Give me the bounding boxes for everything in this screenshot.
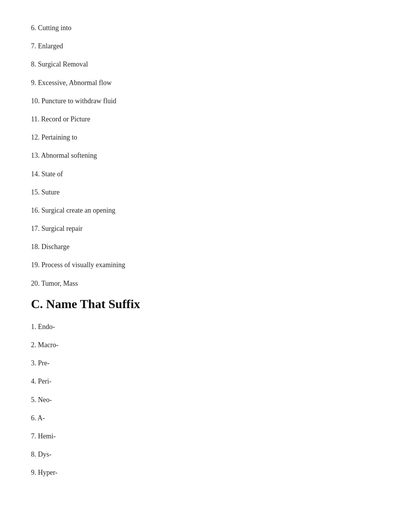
item-15: 15. Suture [31,188,380,197]
item-18: 18. Discharge [31,242,380,252]
numbered-list-section: 6. Cutting into7. Enlarged8. Surgical Re… [31,23,380,288]
item-9: 9. Excessive, Abnormal flow [31,78,380,88]
item-7: 7. Enlarged [31,41,380,51]
item-16: 16. Surgical create an opening [31,206,380,215]
main-content: 6. Cutting into7. Enlarged8. Surgical Re… [31,23,380,478]
c-item-9: 9. Hyper- [31,468,380,477]
c-item-4: 4. Peri- [31,377,380,386]
item-10: 10. Puncture to withdraw fluid [31,96,380,106]
c-item-1: 1. Endo- [31,322,380,332]
c-item-5: 5. Neo- [31,395,380,405]
item-14: 14. State of [31,169,380,179]
c-item-2: 2. Macro- [31,340,380,350]
c-item-7: 7. Hemi- [31,431,380,441]
c-item-8: 8. Dys- [31,450,380,459]
item-19: 19. Process of visually examining [31,260,380,270]
section-c: C. Name That Suffix 1. Endo-2. Macro-3. … [31,297,380,478]
item-13: 13. Abnormal softening [31,151,380,160]
item-11: 11. Record or Picture [31,114,380,124]
item-20: 20. Tumor, Mass [31,279,380,288]
item-12: 12. Pertaining to [31,133,380,142]
item-17: 17. Surgical repair [31,224,380,234]
section-c-list: 1. Endo-2. Macro-3. Pre-4. Peri-5. Neo-6… [31,322,380,478]
c-item-3: 3. Pre- [31,358,380,368]
section-c-header: C. Name That Suffix [31,297,380,311]
c-item-6: 6. A- [31,413,380,423]
item-6: 6. Cutting into [31,23,380,33]
item-8: 8. Surgical Removal [31,60,380,69]
